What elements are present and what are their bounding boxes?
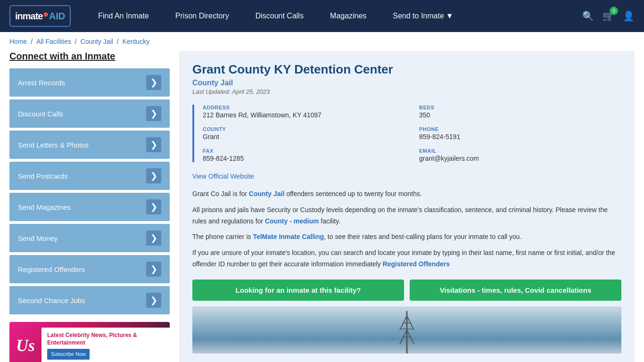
county-jail-link-1[interactable]: County Jail (249, 190, 284, 197)
info-grid: ADDRESS 212 Barnes Rd, Williamstown, KY … (192, 105, 621, 162)
nav-find-inmate[interactable]: Find An Inmate (85, 0, 162, 32)
nav-magazines[interactable]: Magazines (317, 0, 380, 32)
dropdown-arrow-icon: ▼ (446, 12, 454, 20)
facility-subtitle: County Jail (192, 79, 621, 87)
sidebar-arrow-icon: ❯ (146, 230, 161, 246)
ad-headline: Latest Celebrity News, Pictures & Entert… (47, 331, 164, 347)
sidebar-title: Connect with an Inmate (9, 51, 170, 62)
beds-field: BEDS 350 (419, 105, 621, 119)
official-website-link[interactable]: View Official Website (192, 173, 621, 180)
county-value: Grant (203, 133, 405, 140)
sidebar-item-second-chance-jobs[interactable]: Second Chance Jobs ❯ (9, 286, 170, 314)
registered-offenders-link[interactable]: Registered Offenders (383, 260, 450, 268)
sidebar-item-discount-calls[interactable]: Discount Calls ❯ (9, 99, 170, 128)
sidebar-arrow-icon: ❯ (146, 199, 161, 214)
breadcrumb-kentucky[interactable]: Kentucky (123, 38, 150, 45)
address-label: ADDRESS (203, 105, 405, 110)
sidebar-item-arrest-records[interactable]: Arrest Records ❯ (9, 68, 170, 97)
nav-send-to-inmate[interactable]: Send to Inmate ▼ (380, 0, 466, 32)
sidebar-arrow-icon: ❯ (146, 262, 161, 277)
ad-subscribe-button[interactable]: Subscribe Now (47, 349, 90, 360)
nav-links: Find An Inmate Prison Directory Discount… (85, 0, 582, 32)
sidebar-item-send-magazines[interactable]: Send Magazines ❯ (9, 193, 170, 221)
phone-value: 859-824-5191 (419, 133, 621, 140)
cart-badge: 0 (610, 7, 618, 15)
description-4: If you are unsure of your inmate's locat… (192, 247, 621, 270)
action-buttons: Looking for an inmate at this facility? … (192, 280, 621, 301)
nav-icons: 🔍 🛒 0 👤 (582, 10, 635, 22)
logo-text: inmate (15, 11, 42, 22)
find-inmate-button[interactable]: Looking for an inmate at this facility? (192, 280, 404, 301)
ad-text-box: Latest Celebrity News, Pictures & Entert… (41, 328, 170, 362)
county-field: COUNTY Grant (203, 126, 405, 140)
telmate-link[interactable]: TelMate Inmate Calling (253, 233, 324, 240)
address-field: ADDRESS 212 Barnes Rd, Williamstown, KY … (203, 105, 405, 119)
address-value: 212 Barnes Rd, Williamstown, KY 41097 (203, 111, 405, 119)
user-icon: 👤 (623, 10, 635, 22)
beds-label: BEDS (419, 105, 621, 110)
beds-value: 350 (419, 111, 621, 119)
nav-prison-directory[interactable]: Prison Directory (162, 0, 242, 32)
email-label: EMAIL (419, 148, 621, 154)
sidebar-arrow-icon: ❯ (146, 75, 161, 90)
sidebar-arrow-icon: ❯ (146, 168, 161, 183)
fax-value: 859-824-1285 (203, 155, 405, 162)
breadcrumb-county-jail[interactable]: County Jail (81, 38, 113, 45)
sidebar-arrow-icon: ❯ (146, 137, 161, 152)
facility-image (192, 306, 621, 354)
facility-title: Grant County KY Detention Center (192, 62, 621, 77)
navbar: inmate ● AID Find An Inmate Prison Direc… (0, 0, 644, 32)
search-button[interactable]: 🔍 (582, 10, 594, 22)
phone-label: PHONE (419, 126, 621, 132)
main-content: Grant County KY Detention Center County … (179, 51, 635, 362)
sidebar-ad[interactable]: Us Latest Celebrity News, Pictures & Ent… (9, 322, 170, 362)
ad-logo: Us (9, 331, 41, 360)
search-icon: 🔍 (582, 10, 594, 22)
breadcrumb-home[interactable]: Home (9, 38, 27, 45)
sidebar-item-registered-offenders[interactable]: Registered Offenders ❯ (9, 255, 170, 283)
sidebar-item-send-postcards[interactable]: Send Postcards ❯ (9, 162, 170, 190)
sidebar-arrow-icon: ❯ (146, 106, 161, 121)
phone-field: PHONE 859-824-5191 (419, 126, 621, 140)
fax-field: FAX 859-824-1285 (203, 148, 405, 162)
cart-button[interactable]: 🛒 0 (603, 10, 614, 22)
email-value: grant@kyjailers.com (419, 155, 621, 162)
main-container: Connect with an Inmate Arrest Records ❯ … (0, 51, 644, 362)
sidebar-arrow-icon: ❯ (146, 293, 161, 308)
county-label: COUNTY (203, 126, 405, 132)
sidebar-item-send-money[interactable]: Send Money ❯ (9, 224, 170, 252)
logo-aid: AID (49, 11, 65, 22)
breadcrumb: Home / All Facilities / County Jail / Ke… (0, 32, 644, 51)
facility-last-updated: Last Updated: April 25, 2023 (192, 88, 621, 95)
description-1: Grant Co Jail is for County Jail offende… (192, 189, 621, 200)
breadcrumb-all-facilities[interactable]: All Facilities (36, 38, 71, 45)
logo[interactable]: inmate ● AID (9, 5, 71, 27)
tower-graphic (397, 311, 416, 354)
fax-label: FAX (203, 148, 405, 154)
description-3: The phone carrier is TelMate Inmate Call… (192, 231, 621, 243)
visitations-button[interactable]: Visitations - times, rules, Covid cancel… (410, 280, 621, 301)
user-button[interactable]: 👤 (623, 10, 635, 22)
logo-dot: ● (42, 8, 49, 20)
email-field: EMAIL grant@kyjailers.com (419, 148, 621, 162)
description-2: All prisons and jails have Security or C… (192, 205, 621, 227)
sidebar: Connect with an Inmate Arrest Records ❯ … (9, 51, 170, 362)
county-medium-link[interactable]: County - medium (265, 217, 319, 225)
sidebar-item-send-letters[interactable]: Send Letters & Photos ❯ (9, 131, 170, 159)
nav-discount-calls[interactable]: Discount Calls (242, 0, 317, 32)
